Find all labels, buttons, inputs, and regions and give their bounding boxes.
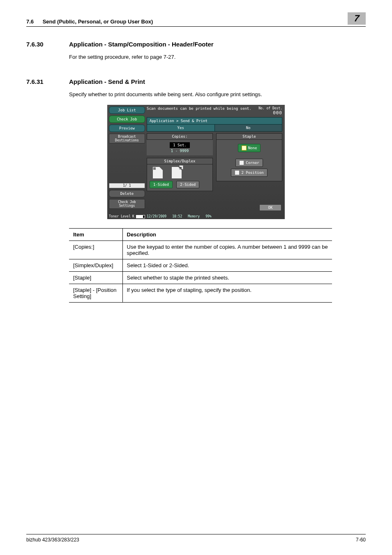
destination-counter: No. of Dest. 000 bbox=[258, 106, 282, 116]
table-row: [Staple] - [Position Setting] If you sel… bbox=[69, 284, 332, 303]
chapter-badge: 7 bbox=[348, 12, 366, 25]
staple-two-position-button[interactable]: 2 Position bbox=[231, 169, 267, 177]
yes-button[interactable]: Yes bbox=[147, 125, 215, 131]
toner-level: Toner Level K bbox=[109, 215, 145, 218]
body-text: Specify whether to print documents while… bbox=[69, 91, 366, 98]
check-job-button[interactable]: Check Job bbox=[109, 116, 145, 123]
preview-button[interactable]: Preview bbox=[109, 125, 145, 132]
heading-number: 7.6.30 bbox=[26, 41, 59, 48]
help-text: Scan documents can be printed while bein… bbox=[147, 106, 252, 111]
table-row: [Copies:] Use the keypad to enter the nu… bbox=[69, 241, 332, 259]
status-time: 10:52 bbox=[172, 215, 182, 218]
heading-number: 7.6.31 bbox=[26, 78, 59, 85]
broadcast-dest-button[interactable]: Broadcast Destinations bbox=[109, 134, 145, 143]
copies-label: Copies: bbox=[147, 133, 213, 140]
table-row: [Simplex/Duplex] Select 1-Sided or 2-Sid… bbox=[69, 259, 332, 272]
heading-title: Application - Send & Print bbox=[69, 78, 145, 85]
running-header: 7.6 Send (Public, Personal, or Group Use… bbox=[26, 18, 153, 25]
table-header-item: Item bbox=[69, 229, 122, 241]
section-number: 7.6 bbox=[26, 18, 34, 25]
footer-page: 7-60 bbox=[356, 537, 366, 543]
staple-corner-button[interactable]: Corner bbox=[235, 159, 263, 167]
device-screenshot: Job List Check Job Preview Broadcast Des… bbox=[107, 105, 285, 219]
check-job-settings-button[interactable]: Check Job Settings bbox=[109, 199, 145, 209]
ok-button[interactable]: OK bbox=[259, 204, 281, 211]
section-title: Send (Public, Personal, or Group User Bo… bbox=[43, 18, 153, 25]
page-icon bbox=[242, 146, 247, 150]
staple-label: Staple bbox=[216, 133, 282, 140]
no-button[interactable]: No bbox=[215, 125, 282, 131]
staple-none-button[interactable]: None bbox=[238, 144, 261, 152]
page-icon bbox=[235, 170, 240, 175]
body-text: For the setting procedure, refer to page… bbox=[69, 53, 366, 61]
copies-value: 1 Set. bbox=[170, 142, 190, 148]
status-memory-value: 99% bbox=[205, 215, 211, 218]
job-list-button[interactable]: Job List bbox=[109, 106, 145, 114]
page-icon bbox=[239, 160, 244, 165]
status-memory-label: Memory bbox=[188, 215, 200, 218]
copies-range: 1 - 9999 bbox=[149, 149, 210, 153]
status-bar: 12/29/2009 10:52 Memory 99% bbox=[147, 215, 282, 218]
delete-button[interactable]: Delete bbox=[109, 190, 145, 197]
status-date: 12/29/2009 bbox=[147, 215, 166, 218]
simplex-duplex-label: Simplex/Duplex bbox=[147, 158, 213, 164]
two-sided-button[interactable]: 2-Sided bbox=[176, 181, 199, 188]
two-sided-icon bbox=[172, 167, 182, 178]
one-sided-button[interactable]: 1-Sided bbox=[150, 181, 173, 188]
heading-title: Application - Stamp/Composition - Header… bbox=[69, 41, 214, 48]
toner-meter-icon bbox=[136, 215, 145, 218]
one-sided-icon bbox=[153, 167, 163, 178]
page-indicator: 1/ 1 bbox=[109, 183, 145, 188]
table-row: [Staple] Select whether to staple the pr… bbox=[69, 272, 332, 284]
item-description-table: Item Description [Copies:] Use the keypa… bbox=[69, 228, 332, 303]
table-header-description: Description bbox=[122, 229, 332, 241]
breadcrumb: Application > Send & Print bbox=[147, 117, 282, 125]
footer-model: bizhub 423/363/283/223 bbox=[26, 537, 79, 543]
